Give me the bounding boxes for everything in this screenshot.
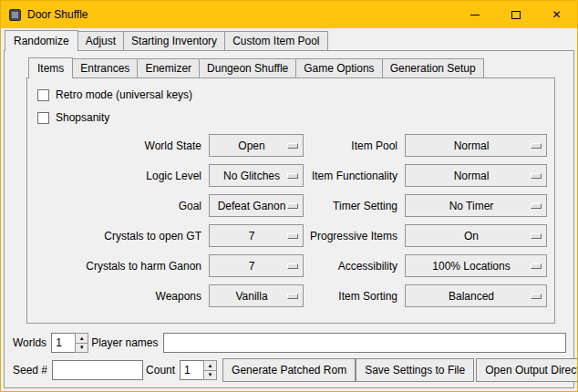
spin-down-icon[interactable]: ▼ (75, 344, 88, 354)
shopsanity-label: Shopsanity (56, 111, 109, 124)
tab-entrances[interactable]: Entrances (72, 58, 138, 77)
accessibility-label: Accessibility (309, 260, 399, 273)
count-spinner: ▲ ▼ (180, 360, 217, 380)
count-spin-arrows: ▲ ▼ (203, 360, 217, 380)
world-state-value: Open (238, 139, 274, 152)
timer-setting-dropdown[interactable]: No Timer (405, 194, 547, 217)
worlds-spin-arrows: ▲ ▼ (75, 333, 88, 353)
crystals-gt-dropdown[interactable]: 7 (209, 224, 304, 247)
inner-notebook: Items Entrances Enemizer Dungeon Shuffle… (26, 56, 555, 324)
dropdown-indicator-icon (287, 233, 298, 239)
item-sorting-value: Balanced (449, 290, 503, 303)
bottom-controls: Worlds ▲ ▼ Player names Seed # Count (10, 333, 568, 382)
worlds-input[interactable] (51, 333, 75, 353)
options-grid: World State Open Item Pool Normal Logic … (35, 134, 547, 307)
spin-up-icon[interactable]: ▲ (203, 360, 217, 371)
timer-setting-label: Timer Setting (309, 200, 399, 212)
maximize-icon (511, 11, 521, 19)
crystals-ganon-value: 7 (249, 260, 264, 273)
logic-level-value: No Glitches (223, 170, 289, 182)
tab-dungeon-shuffle[interactable]: Dungeon Shuffle (199, 58, 296, 77)
spin-up-icon[interactable]: ▲ (75, 333, 88, 344)
titlebar[interactable]: Door Shuffle ✕ (1, 1, 577, 28)
goal-value: Defeat Ganon (218, 200, 295, 212)
inner-tab-bar: Items Entrances Enemizer Dungeon Shuffle… (26, 56, 555, 77)
worlds-spinner: ▲ ▼ (51, 333, 88, 353)
spin-down-icon[interactable]: ▼ (203, 371, 217, 381)
progressive-items-label: Progressive Items (309, 230, 399, 242)
seed-label: Seed # (13, 364, 47, 377)
tab-generation-setup[interactable]: Generation Setup (382, 58, 484, 77)
outer-tab-bar: Randomize Adjust Starting Inventory Cust… (1, 28, 577, 50)
world-state-dropdown[interactable]: Open (209, 134, 304, 157)
save-settings-button[interactable]: Save Settings to File (356, 358, 474, 382)
dropdown-indicator-icon (287, 263, 298, 269)
randomize-panel: Items Entrances Enemizer Dungeon Shuffle… (4, 50, 574, 388)
progressive-items-dropdown[interactable]: On (405, 224, 547, 247)
accessibility-dropdown[interactable]: 100% Locations (405, 254, 547, 277)
tab-items[interactable]: Items (28, 57, 73, 78)
tab-game-options[interactable]: Game Options (295, 58, 382, 77)
world-state-label: World State (35, 139, 203, 152)
retro-mode-row: Retro mode (universal keys) (37, 88, 547, 101)
worlds-label: Worlds (13, 336, 46, 349)
count-input[interactable] (180, 360, 203, 380)
logic-level-dropdown[interactable]: No Glitches (209, 164, 304, 187)
dropdown-indicator-icon (287, 203, 298, 209)
retro-mode-label: Retro mode (universal keys) (56, 88, 192, 101)
goal-dropdown[interactable]: Defeat Ganon (209, 194, 304, 217)
item-pool-label: Item Pool (309, 139, 399, 152)
dropdown-indicator-icon (531, 203, 542, 209)
progressive-items-value: On (464, 230, 488, 242)
items-panel: Retro mode (universal keys) Shopsanity W… (26, 77, 555, 324)
dropdown-indicator-icon (287, 173, 298, 179)
seed-bar: Seed # Count ▲ ▼ Generate Patched Rom Sa… (10, 358, 568, 382)
shopsanity-checkbox[interactable] (37, 112, 49, 124)
dropdown-indicator-icon (287, 294, 298, 299)
item-functionality-dropdown[interactable]: Normal (405, 164, 547, 187)
close-icon: ✕ (552, 9, 561, 20)
player-names-label: Player names (91, 336, 158, 349)
minimize-button[interactable] (454, 1, 495, 28)
tab-adjust[interactable]: Adjust (77, 31, 124, 50)
window-title: Door Shuffle (27, 8, 88, 21)
tab-randomize[interactable]: Randomize (5, 30, 78, 51)
dropdown-indicator-icon (531, 294, 542, 299)
dropdown-indicator-icon (531, 263, 542, 269)
item-pool-value: Normal (454, 139, 499, 152)
player-names-input[interactable] (163, 333, 567, 353)
shopsanity-row: Shopsanity (37, 111, 547, 124)
dropdown-indicator-icon (287, 143, 298, 149)
crystals-ganon-label: Crystals to harm Ganon (35, 260, 203, 273)
tab-custom-item-pool[interactable]: Custom Item Pool (224, 31, 327, 50)
app-icon (9, 9, 21, 21)
retro-mode-checkbox[interactable] (37, 89, 49, 101)
count-label: Count (146, 364, 175, 377)
window: Door Shuffle ✕ Randomize Adjust Starting… (0, 0, 578, 392)
accessibility-value: 100% Locations (432, 260, 519, 273)
dropdown-indicator-icon (531, 143, 542, 149)
maximize-button[interactable] (495, 1, 536, 28)
item-functionality-label: Item Functionality (309, 170, 399, 182)
tab-enemizer[interactable]: Enemizer (137, 58, 200, 77)
item-pool-dropdown[interactable]: Normal (405, 134, 547, 157)
dropdown-indicator-icon (531, 233, 542, 239)
open-output-directory-button[interactable]: Open Output Directory (476, 358, 578, 382)
close-button[interactable]: ✕ (536, 1, 577, 28)
item-sorting-label: Item Sorting (309, 290, 399, 303)
weapons-dropdown[interactable]: Vanilla (209, 284, 304, 307)
timer-setting-value: No Timer (449, 200, 503, 212)
crystals-ganon-dropdown[interactable]: 7 (209, 254, 304, 277)
window-controls: ✕ (454, 1, 577, 28)
generate-patched-rom-button[interactable]: Generate Patched Rom (222, 358, 356, 382)
weapons-label: Weapons (35, 290, 203, 303)
item-functionality-value: Normal (454, 170, 499, 182)
dropdown-indicator-icon (531, 173, 542, 179)
seed-input[interactable] (52, 360, 143, 380)
crystals-gt-label: Crystals to open GT (35, 230, 203, 242)
item-sorting-dropdown[interactable]: Balanced (405, 284, 547, 307)
crystals-gt-value: 7 (249, 230, 264, 242)
worlds-bar: Worlds ▲ ▼ Player names (10, 333, 568, 353)
tab-starting-inventory[interactable]: Starting Inventory (123, 31, 225, 50)
minimize-icon (470, 15, 480, 15)
